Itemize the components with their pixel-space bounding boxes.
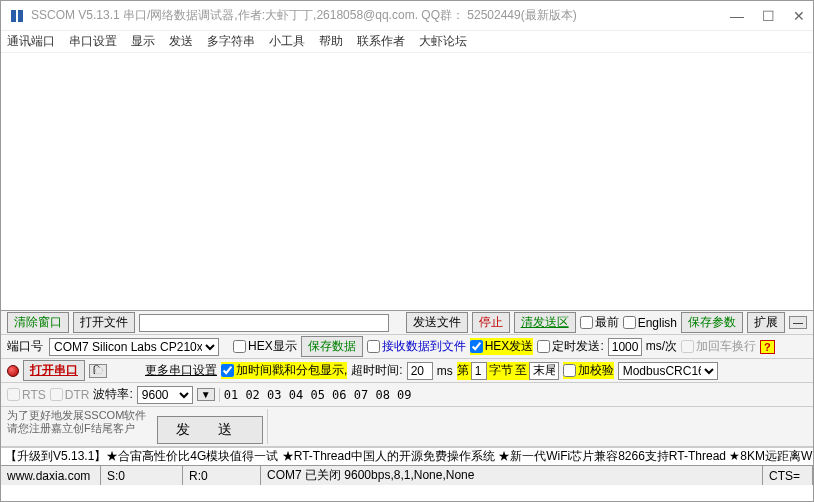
- app-icon: [9, 8, 25, 24]
- send-file-button[interactable]: 发送文件: [406, 312, 468, 333]
- minimize-button[interactable]: —: [730, 8, 744, 24]
- timeout-unit: ms: [437, 364, 453, 378]
- menu-tools[interactable]: 小工具: [269, 33, 305, 50]
- receive-textarea[interactable]: [1, 53, 813, 311]
- clear-window-button[interactable]: 清除窗口: [7, 312, 69, 333]
- byte-from-input[interactable]: [471, 362, 487, 380]
- menu-forum[interactable]: 大虾论坛: [419, 33, 467, 50]
- menu-send[interactable]: 发送: [169, 33, 193, 50]
- status-cts: CTS=: [763, 466, 813, 485]
- interval-input[interactable]: [608, 338, 642, 356]
- status-site[interactable]: www.daxia.com: [1, 466, 101, 485]
- titlebar: SSCOM V5.13.1 串口/网络数据调试器,作者:大虾丁丁,2618058…: [1, 1, 813, 31]
- rts-checkbox[interactable]: RTS: [7, 388, 46, 402]
- status-recv: R:0: [183, 466, 261, 485]
- crc-select[interactable]: ModbusCRC16: [618, 362, 718, 380]
- close-button[interactable]: ✕: [793, 8, 805, 24]
- hex-send-checkbox[interactable]: HEX发送: [470, 338, 534, 355]
- top-checkbox[interactable]: 最前: [580, 314, 619, 331]
- timeout-label: 超时时间:: [351, 362, 402, 379]
- baud-dropdown[interactable]: ▼: [197, 388, 215, 401]
- crc-checkbox[interactable]: 加校验: [563, 362, 614, 379]
- extend-button[interactable]: 扩展: [747, 312, 785, 333]
- menu-multistring[interactable]: 多字符串: [207, 33, 255, 50]
- add-crlf-checkbox[interactable]: 加回车换行: [681, 338, 756, 355]
- ad-line[interactable]: 【升级到V5.13.1】★合宙高性价比4G模块值得一试 ★RT-Thread中国…: [1, 447, 813, 465]
- promo-text: 为了更好地发展SSCOM软件 请您注册嘉立创F结尾客户: [7, 409, 157, 435]
- send-data-area[interactable]: 01 02 03 04 05 06 07 08 09: [219, 388, 807, 402]
- stop-button[interactable]: 停止: [472, 312, 510, 333]
- english-checkbox[interactable]: English: [623, 316, 677, 330]
- svg-rect-1: [18, 10, 23, 22]
- timed-send-checkbox[interactable]: 定时发送:: [537, 338, 603, 355]
- send-button[interactable]: 发 送: [157, 416, 263, 444]
- menu-help[interactable]: 帮助: [319, 33, 343, 50]
- extend-dropdown[interactable]: —: [789, 316, 807, 329]
- hex-show-checkbox[interactable]: HEX显示: [233, 338, 297, 355]
- save-data-button[interactable]: 保存数据: [301, 336, 363, 357]
- file-path-input[interactable]: [139, 314, 389, 332]
- baud-label: 波特率:: [93, 386, 132, 403]
- port-select[interactable]: COM7 Silicon Labs CP210x U: [49, 338, 219, 356]
- dtr-checkbox[interactable]: DTR: [50, 388, 90, 402]
- open-file-button[interactable]: 打开文件: [73, 312, 135, 333]
- statusbar: www.daxia.com S:0 R:0 COM7 已关闭 9600bps,8…: [1, 465, 813, 485]
- status-port: COM7 已关闭 9600bps,8,1,None,None: [261, 466, 763, 485]
- interval-unit: ms/次: [646, 338, 677, 355]
- menu-comm-port[interactable]: 通讯端口: [7, 33, 55, 50]
- baud-select[interactable]: 9600: [137, 386, 193, 404]
- menu-display[interactable]: 显示: [131, 33, 155, 50]
- menubar: 通讯端口 串口设置 显示 发送 多字符串 小工具 帮助 联系作者 大虾论坛: [1, 31, 813, 53]
- open-port-dropdown[interactable]: િ: [89, 364, 107, 378]
- maximize-button[interactable]: ☐: [762, 8, 775, 24]
- status-sent: S:0: [101, 466, 183, 485]
- recv-to-file-checkbox[interactable]: 接收数据到文件: [367, 338, 466, 355]
- more-settings-link[interactable]: 更多串口设置: [145, 362, 217, 379]
- menu-serial-settings[interactable]: 串口设置: [69, 33, 117, 50]
- open-port-button[interactable]: 打开串口: [23, 360, 85, 381]
- timestamp-checkbox[interactable]: 加时间戳和分包显示,: [221, 362, 347, 379]
- window-title: SSCOM V5.13.1 串口/网络数据调试器,作者:大虾丁丁,2618058…: [31, 7, 730, 24]
- save-params-button[interactable]: 保存参数: [681, 312, 743, 333]
- record-icon: [7, 365, 19, 377]
- help-icon[interactable]: ?: [760, 340, 775, 354]
- menu-contact[interactable]: 联系作者: [357, 33, 405, 50]
- port-label: 端口号: [7, 338, 43, 355]
- timeout-input[interactable]: [407, 362, 433, 380]
- clear-send-button[interactable]: 清发送区: [514, 312, 576, 333]
- byte-to-input[interactable]: [529, 362, 559, 380]
- svg-rect-0: [11, 10, 16, 22]
